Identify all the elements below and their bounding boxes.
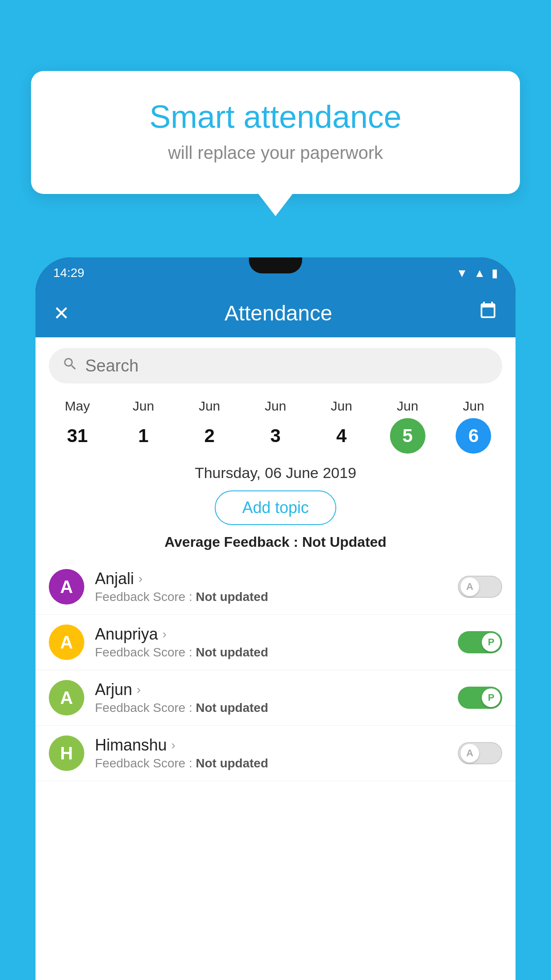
student-row[interactable]: HHimanshu ›Feedback Score : Not updatedA — [35, 726, 516, 781]
cal-month-label: Jun — [265, 399, 286, 414]
cal-month-label: Jun — [331, 399, 352, 414]
student-name: Himanshu › — [95, 736, 458, 755]
chevron-right-icon: › — [138, 572, 142, 586]
avatar: A — [49, 569, 84, 605]
cal-month-label: Jun — [463, 399, 484, 414]
chevron-right-icon: › — [162, 627, 166, 641]
attendance-toggle[interactable]: P — [458, 631, 502, 653]
calendar-day[interactable]: Jun1 — [126, 399, 161, 454]
cal-month-label: Jun — [397, 399, 418, 414]
student-name: Arjun › — [95, 680, 458, 699]
phone-frame: 14:29 ▼ ▲ ▮ ✕ Attendance — [35, 257, 516, 980]
phone-inner: 14:29 ▼ ▲ ▮ ✕ Attendance — [35, 257, 516, 980]
student-info: Anupriya ›Feedback Score : Not updated — [95, 625, 458, 660]
student-row[interactable]: AArjun ›Feedback Score : Not updatedP — [35, 670, 516, 726]
cal-month-label: Jun — [133, 399, 154, 414]
cal-month-label: Jun — [199, 399, 220, 414]
battery-icon: ▮ — [492, 266, 498, 280]
avatar: A — [49, 624, 84, 660]
chevron-right-icon: › — [171, 738, 175, 752]
calendar-day[interactable]: May31 — [59, 399, 95, 454]
avg-feedback: Average Feedback : Not Updated — [35, 534, 516, 550]
feedback-score: Feedback Score : Not updated — [95, 756, 458, 771]
cal-date-label[interactable]: 5 — [390, 418, 425, 454]
status-bar: 14:29 ▼ ▲ ▮ — [35, 257, 516, 288]
student-list: AAnjali ›Feedback Score : Not updatedAAA… — [35, 559, 516, 781]
app-bar-title: Attendance — [79, 301, 478, 325]
attendance-toggle[interactable]: A — [458, 742, 502, 764]
student-row[interactable]: AAnjali ›Feedback Score : Not updatedA — [35, 559, 516, 615]
feedback-score: Feedback Score : Not updated — [95, 701, 458, 715]
calendar-nav-icon[interactable] — [478, 301, 498, 325]
cal-date-label[interactable]: 2 — [192, 418, 227, 454]
calendar-day[interactable]: Jun5 — [390, 399, 425, 454]
avg-feedback-label: Average Feedback : — [165, 534, 298, 550]
wifi-icon: ▼ — [457, 266, 468, 280]
speech-bubble: Smart attendance will replace your paper… — [31, 71, 520, 194]
selected-date-label: Thursday, 06 June 2019 — [35, 464, 516, 482]
attendance-toggle[interactable]: A — [458, 576, 502, 598]
speech-bubble-title: Smart attendance — [67, 98, 484, 136]
cal-month-label: May — [65, 399, 90, 414]
student-info: Arjun ›Feedback Score : Not updated — [95, 680, 458, 715]
status-icons: ▼ ▲ ▮ — [457, 266, 498, 280]
student-name: Anupriya › — [95, 625, 458, 644]
status-time: 14:29 — [53, 266, 84, 280]
cal-date-label[interactable]: 3 — [258, 418, 293, 454]
add-topic-button[interactable]: Add topic — [215, 490, 336, 525]
cal-date-label[interactable]: 6 — [456, 418, 491, 454]
avatar: H — [49, 735, 84, 771]
signal-icon: ▲ — [474, 266, 485, 280]
speech-bubble-subtitle: will replace your paperwork — [67, 143, 484, 163]
calendar-day[interactable]: Jun3 — [258, 399, 293, 454]
student-row[interactable]: AAnupriya ›Feedback Score : Not updatedP — [35, 615, 516, 670]
calendar-day[interactable]: Jun6 — [456, 399, 491, 454]
avatar: A — [49, 680, 84, 715]
search-icon — [62, 356, 78, 376]
calendar-day[interactable]: Jun4 — [324, 399, 359, 454]
cal-date-label[interactable]: 1 — [126, 418, 161, 454]
feedback-score: Feedback Score : Not updated — [95, 590, 458, 604]
chevron-right-icon: › — [137, 683, 141, 697]
attendance-toggle[interactable]: P — [458, 687, 502, 709]
calendar-day[interactable]: Jun2 — [192, 399, 227, 454]
screen-content: May31Jun1Jun2Jun3Jun4Jun5Jun6 Thursday, … — [35, 337, 516, 980]
cal-date-label[interactable]: 31 — [59, 418, 95, 454]
app-bar: ✕ Attendance — [35, 288, 516, 337]
search-input[interactable] — [85, 356, 489, 375]
student-name: Anjali › — [95, 569, 458, 588]
cal-date-label[interactable]: 4 — [324, 418, 359, 454]
calendar-strip: May31Jun1Jun2Jun3Jun4Jun5Jun6 — [35, 394, 516, 454]
student-info: Anjali ›Feedback Score : Not updated — [95, 569, 458, 604]
search-bar[interactable] — [49, 348, 502, 383]
close-icon[interactable]: ✕ — [53, 302, 70, 324]
avg-feedback-value: Not Updated — [302, 534, 386, 550]
student-info: Himanshu ›Feedback Score : Not updated — [95, 736, 458, 771]
feedback-score: Feedback Score : Not updated — [95, 645, 458, 660]
